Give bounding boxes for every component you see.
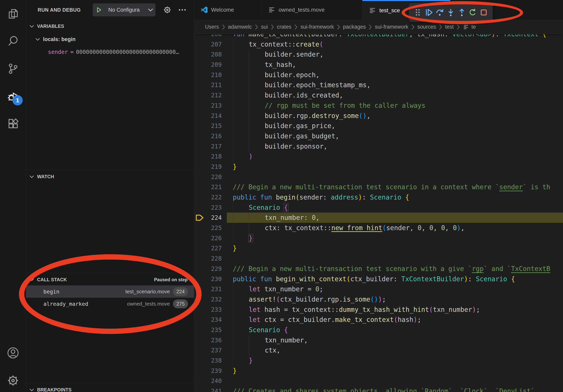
sidebar-title: RUN AND DEBUG (38, 0, 81, 20)
section-divider (26, 273, 194, 273)
breadcrumb-item[interactable]: test (445, 24, 454, 30)
call-stack-frame[interactable]: already_marked owned_tests.move 275 (26, 298, 194, 310)
line-number: 210 (194, 70, 222, 80)
variables-section-header[interactable]: VARIABLES (26, 21, 194, 32)
code-line[interactable]: 211builder.epoch_timestamp_ms, (194, 80, 563, 90)
extensions-icon[interactable] (0, 112, 26, 136)
code-line[interactable]: 225ctx: tx_context::new_from_hint(sender… (194, 223, 563, 233)
indent-guide (249, 49, 249, 60)
breadcrumb-item[interactable]: sui (261, 24, 268, 30)
call-stack-frame[interactable]: begin test_scenario.move 224 (26, 285, 194, 298)
toolbar-drag-handle[interactable] (413, 7, 423, 18)
breadcrumb-item[interactable]: sui-framework (300, 24, 334, 30)
code-line[interactable]: 241/// Creates and shares system objects… (194, 386, 563, 392)
code-line[interactable]: 213// rgp must be set from the caller al… (194, 101, 563, 111)
variable-equals: = (70, 49, 74, 55)
continue-icon[interactable] (424, 7, 434, 18)
breadcrumb-item[interactable]: Users (205, 24, 219, 30)
search-icon[interactable] (0, 29, 26, 53)
code-line[interactable]: 229/// Begin a new multi-transaction tes… (194, 264, 563, 274)
code-line[interactable]: 218) (194, 151, 563, 162)
run-and-debug-icon[interactable]: 1 (0, 84, 26, 108)
code-line[interactable]: 214builder.rgp.destroy_some(), (194, 111, 563, 121)
code-line[interactable]: 222public fun begin(sender: address): Sc… (194, 192, 563, 203)
code-line[interactable]: 227} (194, 243, 563, 253)
line-number: 223 (194, 203, 222, 213)
code-line[interactable]: 223Scenario { (194, 203, 563, 213)
code-line[interactable]: 212builder.ids_created, (194, 90, 563, 101)
source-control-icon[interactable] (0, 57, 26, 80)
indent-guide (249, 60, 249, 70)
breadcrumb-item[interactable]: sui-framework (375, 24, 408, 30)
indent-guide (233, 305, 233, 315)
account-icon[interactable] (0, 341, 26, 365)
stop-icon[interactable] (479, 7, 489, 18)
call-stack-section-header[interactable]: CALL STACK Paused on step (26, 274, 194, 285)
indent-guide (233, 315, 233, 325)
code-line[interactable]: 215builder.gas_price, (194, 121, 563, 131)
code-line[interactable]: 232assert!(ctx_builder.rgp.is_some()); (194, 294, 563, 305)
debug-settings-gear-icon[interactable] (162, 5, 172, 15)
line-number: 237 (194, 345, 222, 355)
settings-gear-icon[interactable] (0, 369, 26, 392)
code-line[interactable]: 226} (194, 233, 563, 243)
code-line[interactable]: 236txn_number, (194, 335, 563, 345)
vscode-window: 1 RUN AND DEBUG (0, 0, 563, 392)
restart-icon[interactable] (468, 7, 478, 18)
code-text: builder.gas_price, (265, 121, 335, 131)
code-line[interactable]: 240 (194, 376, 563, 386)
code-line[interactable]: 234let ctx = ctx_builder.make_tx_context… (194, 315, 563, 325)
line-number: 217 (194, 141, 222, 152)
line-number: 239 (194, 366, 222, 376)
breadcrumb-item[interactable]: adamwelc (228, 24, 252, 30)
code-line[interactable]: 210builder.epoch, (194, 70, 563, 80)
breadcrumb-item[interactable]: sources (417, 24, 436, 30)
tab-welcome[interactable]: Welcome (194, 0, 262, 20)
line-number: 215 (194, 121, 222, 131)
breakpoints-section-header[interactable]: BREAKPOINTS (26, 384, 194, 392)
indent-guide (233, 151, 233, 162)
start-debug-icon[interactable] (93, 3, 105, 16)
code-line[interactable]: 238} (194, 355, 563, 366)
code-line[interactable]: 216builder.gas_budget, (194, 131, 563, 141)
variables-scope-row[interactable]: locals: begin (26, 34, 194, 45)
config-dropdown-label[interactable]: No Configura (105, 7, 154, 13)
line-number: 224 (194, 213, 222, 223)
code-line[interactable]: 233let hash = tx_context::dummy_tx_hash_… (194, 305, 563, 315)
code-line[interactable]: 209tx_hash, (194, 60, 563, 70)
variable-value: 000000000000000000000000000000… (76, 49, 179, 55)
breadcrumb[interactable]: Usersadamwelcsuicratessui-frameworkpacka… (194, 20, 563, 34)
step-out-icon[interactable] (457, 7, 467, 18)
step-over-icon[interactable] (435, 7, 445, 18)
code-text: builder.sponsor, (265, 141, 327, 152)
code-line[interactable]: 235Scenario { (194, 325, 563, 335)
breadcrumb-item[interactable]: te (472, 24, 476, 30)
code-text: /// Begin a new multi-transaction test s… (233, 182, 550, 192)
breadcrumb-item[interactable]: packages (343, 24, 366, 30)
breadcrumb-item[interactable]: crates (277, 24, 292, 30)
code-line[interactable]: 230public fun begin_with_context(ctx_bui… (194, 274, 563, 284)
debug-config-dropdown[interactable]: No Configura (93, 3, 155, 16)
code-line[interactable]: 220 (194, 172, 563, 182)
watch-section-header[interactable]: WATCH (26, 171, 194, 182)
code-line[interactable]: 239} (194, 366, 563, 376)
code-editor[interactable]: 206fun make_tx_context(builder: TxContex… (194, 34, 563, 392)
tab-owned-tests[interactable]: owned_tests.move (262, 0, 362, 20)
line-number: 232 (194, 294, 222, 305)
explorer-icon[interactable] (0, 2, 26, 26)
code-text: } (249, 355, 253, 366)
code-line[interactable]: 237ctx, (194, 345, 563, 355)
step-into-icon[interactable] (446, 7, 456, 18)
code-line[interactable]: 228 (194, 253, 563, 264)
code-line-current[interactable]: 224txn_number: 0, (194, 213, 563, 223)
code-line[interactable]: 207tx_context::create( (194, 39, 563, 50)
more-actions-icon[interactable] (177, 5, 187, 15)
code-line[interactable]: 219} (194, 162, 563, 172)
code-line[interactable]: 231let txn_number = 0; (194, 284, 563, 294)
code-line[interactable]: 206fun make_tx_context(builder: TxContex… (194, 34, 563, 39)
indent-guide (249, 213, 249, 223)
code-line[interactable]: 208builder.sender, (194, 49, 563, 60)
variable-row[interactable]: sender = 000000000000000000000000000000… (26, 47, 194, 57)
code-line[interactable]: 221/// Begin a new multi-transaction tes… (194, 182, 563, 192)
code-line[interactable]: 217builder.sponsor, (194, 141, 563, 152)
